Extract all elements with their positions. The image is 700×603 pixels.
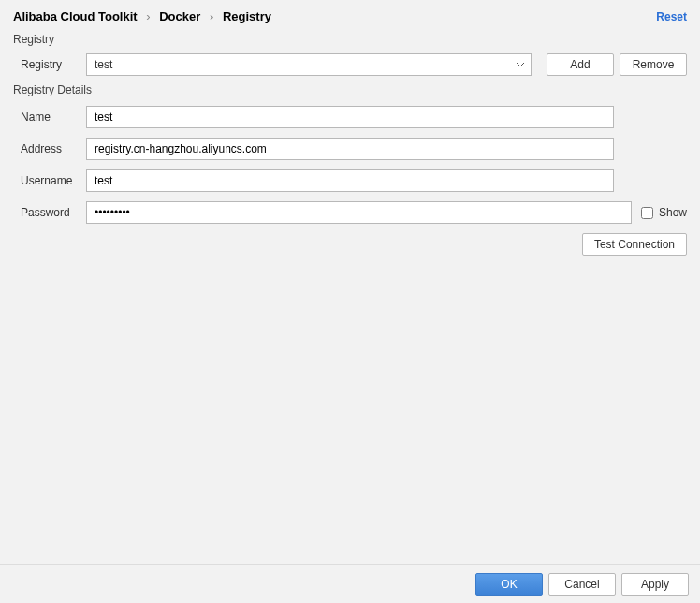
test-connection-button[interactable]: Test Connection: [582, 233, 687, 256]
show-password-checkbox[interactable]: [641, 207, 653, 219]
chevron-right-icon: ›: [146, 9, 150, 23]
breadcrumb-root[interactable]: Alibaba Cloud Toolkit: [13, 9, 138, 23]
address-input[interactable]: [86, 138, 614, 160]
ok-button[interactable]: OK: [475, 573, 543, 596]
chevron-right-icon: ›: [210, 9, 213, 23]
registry-field-label: Registry: [13, 58, 86, 71]
name-input[interactable]: [86, 106, 614, 128]
password-input[interactable]: [86, 201, 632, 224]
section-registry-label: Registry: [0, 31, 700, 51]
add-button[interactable]: Add: [547, 53, 614, 76]
section-details-label: Registry Details: [0, 81, 700, 102]
reset-link[interactable]: Reset: [656, 10, 687, 23]
remove-button[interactable]: Remove: [620, 53, 687, 76]
address-label: Address: [13, 142, 86, 155]
apply-button[interactable]: Apply: [621, 573, 689, 596]
show-password-label: Show: [659, 206, 687, 219]
breadcrumb: Alibaba Cloud Toolkit › Docker › Registr…: [13, 9, 271, 23]
breadcrumb-docker[interactable]: Docker: [159, 9, 200, 23]
breadcrumb-registry[interactable]: Registry: [223, 9, 271, 23]
username-label: Username: [13, 174, 86, 187]
name-label: Name: [13, 110, 86, 124]
cancel-button[interactable]: Cancel: [548, 573, 616, 596]
password-label: Password: [13, 206, 86, 219]
registry-select[interactable]: test: [86, 53, 532, 76]
username-input[interactable]: [86, 169, 614, 192]
